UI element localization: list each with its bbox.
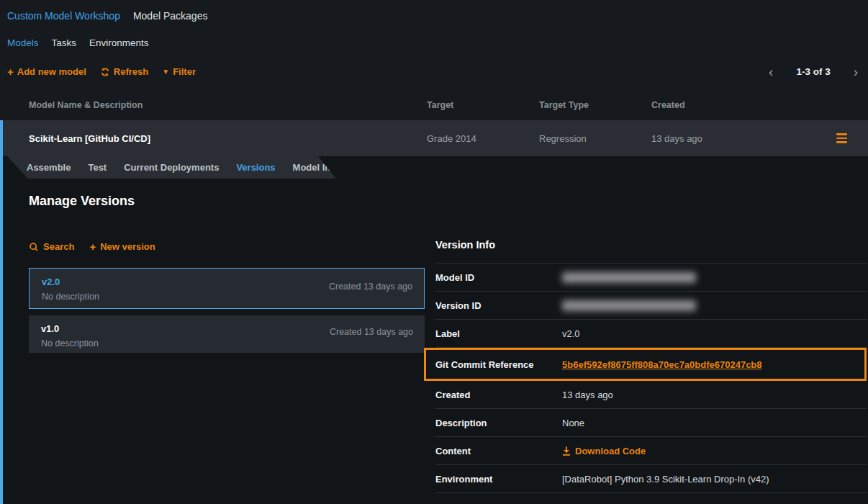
nav-custom-model-workshop[interactable]: Custom Model Workshop — [7, 10, 120, 22]
version-id-label: Version ID — [435, 300, 562, 311]
version-list-item-v2[interactable]: v2.0 No description Created 13 days ago — [29, 268, 425, 309]
version-id-redacted-value — [562, 300, 696, 311]
download-code-label: Download Code — [575, 446, 646, 456]
created-label: Created — [435, 390, 562, 400]
version-created: Created 13 days ago — [330, 327, 413, 337]
environment-label: Environment — [435, 474, 562, 485]
pagination: ‹ 1-3 of 3 › — [766, 65, 861, 78]
filter-label: Filter — [173, 66, 196, 77]
chevron-left-icon[interactable]: ‹ — [766, 65, 776, 78]
refresh-icon — [100, 67, 110, 77]
version-list-actions: Search + New version — [29, 241, 155, 252]
toolbar: + Add new model Refresh ▼ Filter — [7, 66, 196, 77]
version-info-title: Version Info — [435, 239, 867, 251]
model-id-label: Model ID — [435, 272, 562, 283]
nav-model-packages[interactable]: Model Packages — [133, 10, 208, 22]
secondary-nav: Models Tasks Environments — [7, 37, 149, 48]
info-row-environment: Environment [DataRobot] Python 3.9 Sciki… — [435, 465, 867, 493]
version-description: No description — [42, 292, 99, 302]
pagination-range: 1-3 of 3 — [796, 66, 830, 77]
download-icon — [562, 446, 571, 456]
hamburger-menu-icon[interactable] — [836, 133, 847, 143]
tab-test[interactable]: Test — [88, 162, 107, 173]
nav-models[interactable]: Models — [7, 37, 39, 48]
info-row-git-commit: Git Commit Reference 5b6ef592ef8675ff808… — [435, 359, 864, 370]
content-label: Content — [435, 446, 562, 456]
info-row-label: Label v2.0 — [435, 320, 867, 348]
page-title: Manage Versions — [29, 194, 135, 209]
table-header: Model Name & Description Target Target T… — [0, 90, 868, 120]
refresh-button[interactable]: Refresh — [100, 66, 148, 77]
versions-content: Manage Versions Search + New version v2.… — [0, 179, 868, 504]
git-commit-label: Git Commit Reference — [435, 359, 562, 370]
add-new-model-label: Add new model — [17, 66, 86, 77]
column-target-type: Target Type — [539, 100, 589, 110]
version-description: No description — [41, 338, 99, 348]
info-row-description: Description None — [435, 409, 867, 437]
info-row-model-id: Model ID — [435, 264, 867, 292]
add-new-model-button[interactable]: + Add new model — [7, 66, 86, 77]
plus-icon: + — [7, 66, 14, 77]
git-commit-highlight-box: Git Commit Reference 5b6ef592ef8675ff808… — [424, 348, 867, 381]
download-code-link[interactable]: Download Code — [562, 446, 646, 456]
tab-model-info[interactable]: Model Info — [293, 162, 340, 173]
version-label: v1.0 — [41, 323, 59, 334]
column-target: Target — [427, 100, 453, 110]
selected-model-indicator — [0, 120, 3, 504]
tab-versions[interactable]: Versions — [236, 162, 275, 173]
model-target: Grade 2014 — [427, 133, 476, 144]
search-button[interactable]: Search — [29, 241, 74, 252]
filter-button[interactable]: ▼ Filter — [162, 66, 196, 77]
model-id-redacted-value — [562, 272, 696, 283]
tab-current-deployments[interactable]: Current Deployments — [124, 162, 219, 173]
version-info-panel: Version Info Model ID Version ID Label v… — [435, 239, 867, 493]
version-info-rows: Model ID Version ID Label v2.0 Git Commi… — [435, 263, 867, 493]
filter-icon: ▼ — [162, 68, 169, 76]
new-version-label: New version — [100, 241, 155, 252]
info-row-created: Created 13 days ago — [435, 381, 867, 409]
column-model-name: Model Name & Description — [29, 100, 143, 110]
nav-environments[interactable]: Environments — [89, 37, 149, 48]
table-row[interactable]: Scikit-Learn [GitHub CI/CD] Grade 2014 R… — [0, 120, 868, 156]
description-label: Description — [435, 418, 562, 428]
model-target-type: Regression — [539, 133, 587, 144]
new-version-button[interactable]: + New version — [89, 241, 155, 252]
tab-assemble[interactable]: Assemble — [27, 162, 71, 173]
label-label: Label — [435, 328, 562, 339]
description-value: None — [562, 418, 584, 428]
chevron-right-icon[interactable]: › — [851, 65, 861, 78]
page-header: Custom Model Workshop Model Packages Mod… — [0, 0, 868, 120]
plus-icon: + — [89, 241, 96, 252]
version-list-item-v1[interactable]: v1.0 No description Created 13 days ago — [29, 315, 425, 353]
version-label: v2.0 — [42, 276, 60, 287]
version-created: Created 13 days ago — [329, 282, 412, 292]
git-commit-link[interactable]: 5b6ef592ef8675ff808a70ec7a0bdfe670247cb8 — [562, 359, 762, 370]
label-value: v2.0 — [562, 328, 580, 339]
primary-nav: Custom Model Workshop Model Packages — [7, 10, 207, 22]
environment-value: [DataRobot] Python 3.9 Scikit-Learn Drop… — [562, 474, 769, 485]
nav-tasks[interactable]: Tasks — [52, 37, 77, 48]
search-icon — [29, 242, 39, 252]
created-value: 13 days ago — [562, 390, 613, 400]
column-created: Created — [651, 100, 685, 110]
info-row-content: Content Download Code — [435, 437, 867, 465]
info-row-version-id: Version ID — [435, 292, 867, 320]
model-created: 13 days ago — [651, 133, 702, 144]
model-name: Scikit-Learn [GitHub CI/CD] — [29, 133, 150, 144]
search-label: Search — [43, 241, 74, 252]
refresh-label: Refresh — [114, 66, 148, 77]
model-tabs: Assemble Test Current Deployments Versio… — [0, 156, 360, 179]
